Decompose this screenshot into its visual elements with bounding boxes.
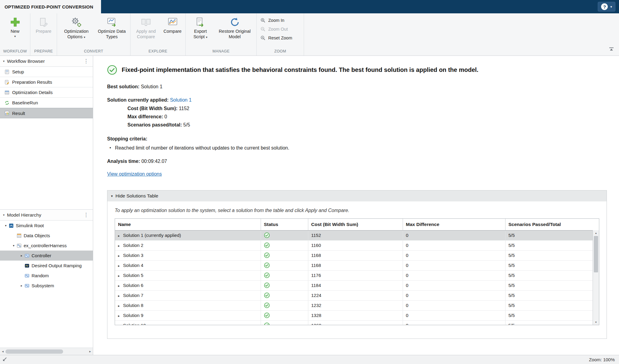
tree-item-simulink-root[interactable]: ▾Simulink Root	[0, 221, 93, 231]
zoom-out-button[interactable]: Zoom Out	[260, 25, 304, 33]
solution-row-8[interactable]: ▸Solution 8123205/5	[115, 300, 599, 310]
solution-row-5[interactable]: ▸Solution 5117605/5	[115, 270, 599, 280]
solution-row-4[interactable]: ▸Solution 4116805/5	[115, 260, 599, 270]
reset-zoom-button[interactable]: Reset Zoom	[260, 33, 304, 42]
scroll-up-icon[interactable]: ▴	[593, 230, 599, 236]
expand-arrow-icon[interactable]: ▸	[118, 274, 120, 278]
expand-arrow-icon[interactable]: ▸	[118, 264, 120, 268]
expand-arrow-icon[interactable]: ▸	[118, 244, 120, 248]
tree-chevron-expanded-icon[interactable]: ▾	[11, 244, 16, 247]
apply-and-compare-button[interactable]: Apply and Compare	[132, 15, 160, 40]
best-solution-value: Solution 1	[141, 84, 162, 89]
help-button[interactable]: ? ▾	[598, 2, 615, 12]
kebab-menu-icon[interactable]: ⋮	[82, 58, 90, 64]
tab-optimized-fixed-point-conversion[interactable]: OPTIMIZED FIXED-POINT CONVERSION	[0, 0, 101, 13]
workflow-item-optimization-details[interactable]: Optimization Details	[0, 87, 93, 98]
solution-cost-cell: 1168	[308, 260, 403, 270]
hide-solutions-table-toggle[interactable]: ▾ Hide Solutions Table	[107, 190, 607, 201]
tree-chevron-collapsed-icon[interactable]: ▸	[19, 254, 24, 257]
chevron-down-icon[interactable]: ▾	[3, 59, 5, 63]
tree-item-label: Controller	[32, 253, 51, 258]
solution-name-cell: ▸Solution 10	[115, 320, 261, 325]
vertical-scrollbar-track[interactable]	[593, 272, 599, 319]
column-header-status[interactable]: Status	[261, 219, 308, 230]
scroll-right-icon[interactable]: ▸	[87, 349, 93, 353]
workflow-item-baselinerun[interactable]: BaselineRun	[0, 98, 93, 108]
ribbon-section-explore: Apply and Compare Compare EXPLORE	[130, 13, 186, 56]
workflow-item-preparation-results[interactable]: Preparation Results	[0, 77, 93, 87]
zoom-in-button[interactable]: Zoom In	[260, 16, 304, 25]
export-script-button[interactable]: Export Script▾	[187, 15, 214, 40]
horizontal-scrollbar-track[interactable]	[5, 348, 87, 355]
collapse-ribbon-icon[interactable]	[609, 47, 614, 52]
prepare-button-label: Prepare	[36, 29, 52, 34]
tree-item-subsystem[interactable]: ▸Subsystem	[0, 281, 93, 291]
tree-item-desired-output-ramping[interactable]: Desired Output Ramping	[0, 261, 93, 271]
solution-row-10[interactable]: ▸Solution 10136005/5	[115, 320, 599, 325]
solution-row-3[interactable]: ▸Solution 3116805/5	[115, 250, 599, 260]
tree-item-ex-controllerharness[interactable]: ▾ex_controllerHarness	[0, 241, 93, 251]
solution-scenarios-cell: 5/5	[505, 260, 599, 270]
workflow-item-setup[interactable]: Setup	[0, 67, 93, 77]
ribbon-section-manage: Export Script▾ Restore Original Model MA…	[186, 13, 257, 56]
expand-arrow-icon[interactable]: ▸	[118, 284, 120, 288]
pass-status-icon	[264, 272, 270, 278]
optimize-data-types-button[interactable]: Optimize Data Types	[95, 15, 129, 40]
pass-status-icon	[264, 322, 270, 325]
hide-solutions-table-label: Hide Solutions Table	[116, 193, 158, 199]
solution-scenarios-cell: 5/5	[505, 230, 599, 240]
tree-item-data-objects[interactable]: Data Objects	[0, 231, 93, 241]
view-optimization-options-link[interactable]: View optimization options	[107, 171, 162, 177]
scroll-down-icon[interactable]: ▾	[593, 319, 599, 325]
pass-status-icon	[264, 302, 270, 308]
column-header-scenarios[interactable]: Scenarios Passed/Total	[505, 219, 599, 230]
expand-arrow-icon[interactable]: ▸	[118, 294, 120, 298]
prepare-button[interactable]: Prepare	[32, 15, 55, 35]
kebab-menu-icon[interactable]: ⋮	[82, 212, 90, 218]
solution-maxdiff-cell: 0	[403, 250, 505, 260]
app-window: OPTIMIZED FIXED-POINT CONVERSION ? ▾ New…	[0, 0, 619, 364]
compare-button[interactable]: Compare	[161, 15, 184, 35]
column-header-name[interactable]: Name	[115, 219, 261, 230]
expand-arrow-icon[interactable]: ▸	[118, 234, 120, 238]
help-icon: ?	[601, 3, 608, 10]
expand-arrow-icon[interactable]: ▸	[118, 314, 120, 318]
restore-original-model-button[interactable]: Restore Original Model	[215, 15, 255, 40]
workflow-item-result[interactable]: Result	[0, 108, 93, 118]
solution-row-7[interactable]: ▸Solution 7122405/5	[115, 290, 599, 300]
solution-cost-cell: 1176	[308, 270, 403, 280]
tree-item-controller[interactable]: ▸Controller	[0, 251, 93, 261]
new-button[interactable]: New ▾	[5, 15, 26, 39]
solution-maxdiff-cell: 0	[403, 300, 505, 310]
applied-solution-link[interactable]: Solution 1	[170, 97, 191, 103]
horizontal-scrollbar-thumb[interactable]	[5, 349, 63, 354]
sidebar-horizontal-scrollbar[interactable]: ◂ ▸	[0, 348, 93, 355]
solution-row-2[interactable]: ▸Solution 2116005/5	[115, 240, 599, 250]
solution-row-1[interactable]: ▸Solution 1 (currently applied)115205/5	[115, 230, 599, 240]
column-header-max-difference[interactable]: Max Difference	[403, 219, 505, 230]
solution-row-6[interactable]: ▸Solution 6118405/5	[115, 280, 599, 290]
solution-name-cell: ▸Solution 8	[115, 300, 261, 310]
export-script-label: Export Script	[193, 29, 207, 39]
solution-row-9[interactable]: ▸Solution 9132805/5	[115, 310, 599, 320]
scroll-left-icon[interactable]: ◂	[0, 349, 5, 353]
tree-chevron-collapsed-icon[interactable]: ▸	[19, 284, 24, 287]
minimize-panel-icon[interactable]	[2, 357, 7, 363]
expand-arrow-icon[interactable]: ▸	[118, 304, 120, 308]
workflow-item-label: Result	[12, 111, 25, 116]
section-label-workflow: WORKFLOW	[0, 48, 30, 56]
solutions-vertical-scrollbar[interactable]: ▴ ▾	[593, 230, 599, 325]
chevron-down-icon[interactable]: ▾	[3, 213, 5, 217]
ribbon-spacer	[304, 13, 619, 56]
max-difference-value: 0	[164, 114, 167, 119]
expand-arrow-icon[interactable]: ▸	[118, 254, 120, 258]
vertical-scrollbar-thumb[interactable]	[594, 236, 598, 272]
optimization-options-button[interactable]: Optimization Options▾	[59, 15, 94, 40]
tree-item-random[interactable]: Random	[0, 271, 93, 281]
cost-value: 1152	[179, 106, 189, 111]
expand-arrow-icon[interactable]: ▸	[118, 324, 120, 325]
column-header-cost[interactable]: Cost (Bit Width Sum)	[308, 219, 403, 230]
tree-chevron-expanded-icon[interactable]: ▾	[3, 224, 8, 227]
solution-status-cell	[261, 250, 308, 260]
optimize-data-types-label: Optimize Data Types	[98, 29, 126, 39]
